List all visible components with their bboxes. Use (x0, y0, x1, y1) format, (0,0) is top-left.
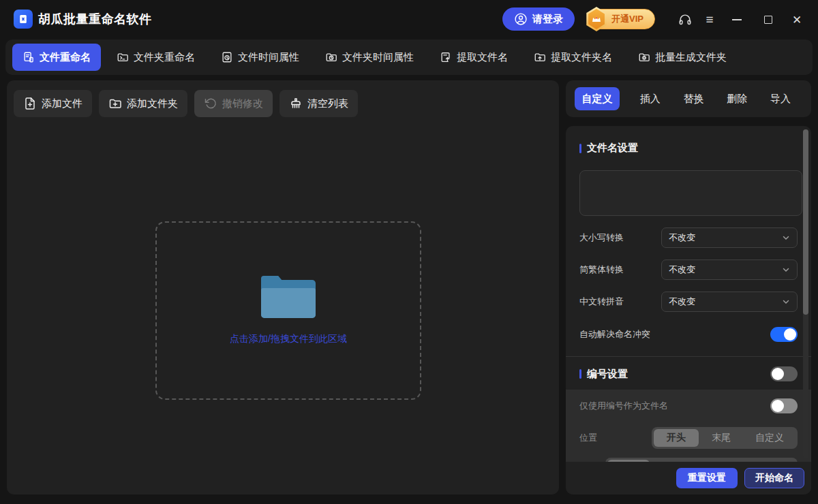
tab-delete[interactable]: 删除 (724, 93, 750, 106)
settings-footer: 重置设置 开始命名 (566, 462, 811, 494)
auto-resolve-row: 自动解决命名冲突 (579, 327, 798, 342)
position-segmented-control: 开头 末尾 自定义 (652, 427, 798, 449)
undo-button[interactable]: 撤销修改 (194, 90, 273, 117)
add-folder-label: 添加文件夹 (127, 97, 178, 110)
position-row: 位置 开头 末尾 自定义 (579, 427, 798, 449)
settings-panel: 自定义 插入 替换 删除 导入 文件名设置 大小写转换 不改变 (566, 80, 811, 494)
tab-import[interactable]: 导入 (768, 93, 793, 106)
clear-list-button[interactable]: 清空列表 (279, 90, 358, 117)
app-window: 胡瓜批量重命名软件 请登录 开通VIP (0, 0, 818, 504)
add-file-button[interactable]: 添加文件 (14, 90, 92, 117)
tab-extract-filename[interactable]: 提取文件名 (429, 44, 518, 71)
section-marker (579, 144, 581, 153)
minimize-button[interactable] (727, 10, 747, 30)
pinyin-convert-label: 中文转拼音 (579, 296, 624, 308)
select-value: 不改变 (669, 232, 695, 244)
case-convert-row: 大小写转换 不改变 (579, 227, 798, 248)
file-clock-icon (221, 51, 233, 63)
menu-icon[interactable]: ≡ (701, 11, 718, 29)
undo-label: 撤销修改 (222, 97, 263, 110)
file-list-panel: 添加文件 添加文件夹 撤销修改 (7, 80, 559, 494)
folder-gear-icon (638, 51, 650, 63)
vip-button[interactable]: 开通VIP (590, 9, 655, 29)
tab-file-rename[interactable]: 文件重命名 (12, 44, 101, 71)
undo-icon (204, 97, 217, 110)
folder-rename-icon (117, 51, 129, 63)
tab-custom[interactable]: 自定义 (575, 87, 620, 110)
folder-plus-icon (108, 97, 122, 110)
clear-list-label: 清空列表 (307, 97, 348, 110)
numbering-toggle[interactable] (770, 366, 798, 381)
tab-label: 批量生成文件夹 (655, 51, 727, 64)
login-button[interactable]: 请登录 (502, 7, 575, 31)
numbering-section-header: 编号设置 (579, 366, 798, 381)
tab-extract-foldername[interactable]: 提取文件夹名 (524, 44, 622, 71)
folder-illustration-icon (261, 276, 316, 318)
only-number-toggle[interactable] (770, 398, 798, 413)
folder-clock-icon (325, 51, 337, 63)
tab-label: 文件夹时间属性 (342, 51, 414, 64)
tab-file-time[interactable]: 文件时间属性 (211, 44, 309, 71)
numbering-options-disabled: 仅使用编号作为文件名 位置 开头 末尾 自定义 类型 (566, 390, 811, 462)
file-export-icon (440, 51, 452, 63)
file-rename-icon (22, 51, 35, 63)
file-plus-icon (23, 97, 37, 110)
tab-label: 文件重命名 (40, 51, 91, 64)
maximize-button[interactable] (758, 10, 778, 30)
crown-badge-icon (586, 7, 607, 31)
user-icon (514, 12, 528, 26)
tab-folder-rename[interactable]: 文件夹重命名 (106, 44, 205, 71)
reset-settings-button[interactable]: 重置设置 (676, 468, 738, 488)
traditional-convert-select[interactable]: 不改变 (661, 259, 798, 280)
only-number-label: 仅使用编号作为文件名 (579, 400, 668, 412)
traditional-convert-row: 简繁体转换 不改变 (579, 259, 798, 280)
file-toolbar: 添加文件 添加文件夹 撤销修改 (14, 90, 358, 117)
dropzone-hint: 点击添加/拖拽文件到此区域 (230, 333, 347, 345)
settings-content: 文件名设置 大小写转换 不改变 简繁体转换 不改变 (566, 126, 811, 494)
tab-folder-time[interactable]: 文件夹时间属性 (315, 44, 424, 71)
position-option-custom[interactable]: 自定义 (744, 429, 796, 447)
settings-scroll-area: 文件名设置 大小写转换 不改变 简繁体转换 不改变 (566, 126, 811, 462)
tab-insert[interactable]: 插入 (637, 93, 663, 106)
file-dropzone[interactable]: 点击添加/拖拽文件到此区域 (155, 221, 421, 400)
tab-replace[interactable]: 替换 (681, 93, 707, 106)
section-title: 编号设置 (587, 368, 628, 381)
main-nav-tabs: 文件重命名 文件夹重命名 文件时间属性 (5, 40, 813, 75)
folder-export-icon (534, 51, 546, 63)
filename-section-header: 文件名设置 (579, 142, 798, 155)
titlebar: 胡瓜批量重命名软件 请登录 开通VIP (0, 0, 818, 38)
select-value: 不改变 (669, 296, 695, 308)
case-convert-select[interactable]: 不改变 (661, 227, 798, 248)
headset-icon[interactable] (676, 11, 694, 29)
close-button[interactable]: ✕ (787, 10, 807, 30)
tab-label: 文件夹重命名 (134, 51, 195, 64)
filename-input[interactable] (579, 170, 802, 216)
add-file-label: 添加文件 (42, 97, 82, 110)
position-option-start[interactable]: 开头 (654, 429, 699, 447)
section-title: 文件名设置 (587, 142, 638, 155)
chevron-down-icon (782, 234, 790, 242)
broom-icon (289, 97, 303, 110)
app-title: 胡瓜批量重命名软件 (38, 11, 152, 27)
add-folder-button[interactable]: 添加文件夹 (99, 90, 187, 117)
start-rename-button[interactable]: 开始命名 (744, 468, 804, 488)
app-logo-icon (14, 10, 33, 29)
section-divider (566, 356, 811, 357)
pinyin-convert-select[interactable]: 不改变 (661, 292, 798, 312)
only-number-row: 仅使用编号作为文件名 (579, 398, 798, 413)
scrollbar-thumb[interactable] (803, 129, 808, 315)
select-value: 不改变 (669, 264, 695, 276)
pinyin-convert-row: 中文转拼音 不改变 (579, 292, 798, 312)
position-label: 位置 (579, 432, 597, 444)
case-convert-label: 大小写转换 (579, 232, 624, 244)
tab-label: 提取文件夹名 (551, 51, 612, 64)
chevron-down-icon (782, 266, 790, 274)
vip-label: 开通VIP (611, 13, 643, 25)
auto-resolve-toggle[interactable] (770, 327, 798, 342)
settings-scrollbar (803, 129, 808, 459)
login-label: 请登录 (532, 13, 563, 26)
tab-batch-create-folder[interactable]: 批量生成文件夹 (628, 44, 737, 71)
position-option-end[interactable]: 末尾 (699, 429, 744, 447)
traditional-convert-label: 简繁体转换 (579, 264, 624, 276)
tab-label: 提取文件名 (457, 51, 508, 64)
